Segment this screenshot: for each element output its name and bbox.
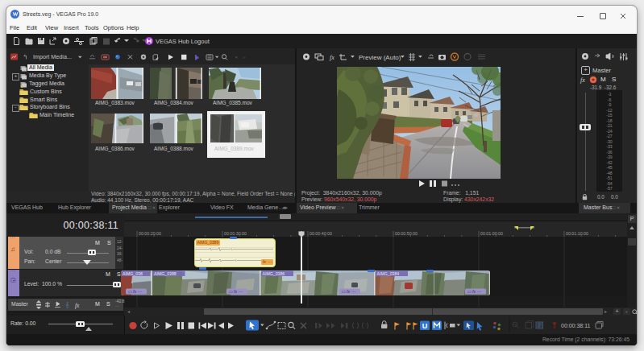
svg-text:Preview (Auto): Preview (Auto) (359, 54, 401, 61)
svg-text:fx: fx (330, 54, 334, 61)
svg-text:00:00:38:11: 00:00:38:11 (561, 323, 591, 328)
svg-text:▭ fx ⋯: ▭ fx ⋯ (229, 289, 243, 294)
svg-text:AIMG_038: AIMG_038 (123, 271, 143, 276)
svg-text:00:00:30:00: 00:00:30:00 (224, 231, 247, 236)
svg-text:-9: -9 (608, 102, 612, 107)
svg-text:-36: -36 (606, 150, 613, 155)
svg-text:-51: -51 (606, 176, 613, 180)
svg-text:-3: -3 (608, 92, 612, 97)
svg-text:-54: -54 (606, 181, 613, 186)
svg-text:-24: -24 (606, 129, 613, 134)
svg-text:▭ fx ⋯: ▭ fx ⋯ (342, 289, 356, 294)
svg-text:00:00:20:00: 00:00:20:00 (139, 231, 161, 236)
svg-text:-21: -21 (606, 123, 613, 128)
svg-text:▭ fx ⋯: ▭ fx ⋯ (128, 289, 143, 294)
svg-text:-39: -39 (606, 155, 613, 159)
svg-text:AIMG_0386: AIMG_0386 (263, 271, 285, 276)
svg-text:-18: -18 (606, 118, 613, 123)
svg-text:▭ fx ⋯: ▭ fx ⋯ (467, 289, 482, 294)
svg-text:-12: -12 (606, 108, 613, 113)
svg-text:𝄞: 𝄞 (65, 301, 69, 308)
svg-text:00:01:00:00: 00:01:00:00 (480, 231, 503, 236)
svg-text:-42: -42 (606, 160, 613, 165)
svg-text:-57: -57 (606, 186, 613, 191)
svg-text:-30: -30 (606, 139, 613, 144)
svg-text:fx: fx (75, 302, 80, 309)
svg-text:00:00:50:00: 00:00:50:00 (395, 231, 418, 236)
svg-text:-27: -27 (606, 134, 613, 138)
svg-text:-15: -15 (606, 113, 613, 118)
svg-text:-48: -48 (606, 171, 613, 176)
svg-text:U: U (422, 322, 428, 330)
svg-text:00:01:10:00: 00:01:10:00 (566, 231, 588, 236)
svg-text:AIMG_0384: AIMG_0384 (377, 271, 400, 276)
svg-text:-45: -45 (606, 165, 613, 170)
svg-text:-6: -6 (608, 97, 612, 102)
svg-text:Import Media...: Import Media... (33, 53, 72, 60)
svg-text:-33: -33 (606, 144, 613, 149)
svg-text:00:00:40:00: 00:00:40:00 (310, 231, 332, 236)
svg-text:AIMG_0388: AIMG_0388 (154, 271, 177, 276)
